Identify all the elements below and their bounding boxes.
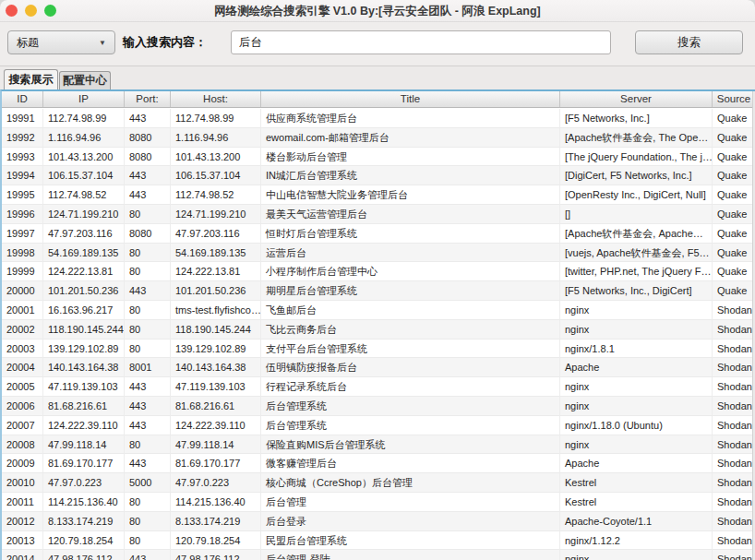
search-toolbar: 标题 ▼ 输入搜索内容： 搜索 [0,22,755,66]
table-cell: 19992 [2,128,43,148]
table-row[interactable]: 19994106.15.37.104443106.15.37.104IN城汇后台… [2,166,755,185]
table-row[interactable]: 2000116.163.96.21780tms-test.flyfishco…飞… [2,301,755,320]
table-cell: 20003 [2,340,43,359]
tab-search-display[interactable]: 搜索展示 [4,69,58,89]
table-cell: 106.15.37.104 [171,166,261,185]
table-row[interactable]: 20004140.143.164.388001140.143.164.38伍明镇… [2,358,755,377]
table-cell: 47.97.203.116 [43,224,125,244]
table-row[interactable]: 200128.133.174.219808.133.174.219后台登录Apa… [2,512,755,531]
table-cell: nginx [560,435,713,455]
table-cell: Quake [713,148,755,167]
tab-config-center[interactable]: 配置中心 [59,71,111,89]
column-header-6[interactable]: Source [713,91,755,107]
column-header-4[interactable]: Title [261,91,560,107]
table-row[interactable]: 2001047.97.0.223500047.97.0.223核心商城（Ccre… [2,473,755,493]
column-header-5[interactable]: Server [560,91,713,107]
table-cell: 80 [125,262,171,281]
table-cell: nginx [560,301,713,320]
table-cell: IN城汇后台管理系统 [261,166,560,185]
search-input[interactable] [231,30,611,54]
table-cell: 443 [125,166,171,185]
table-cell: nginx [560,377,713,397]
table-cell: Quake [713,185,755,205]
table-cell: 20013 [2,531,43,551]
table-row[interactable]: 2000547.119.139.10344347.119.139.103行程记录… [2,377,755,397]
table-cell: nginx/1.18.0 (Ubuntu) [560,416,713,435]
table-row[interactable]: 20000101.201.50.236443101.201.50.236期明星后… [2,281,755,301]
table-cell: Quake [713,281,755,301]
table-cell: 118.190.145.244 [43,320,125,340]
table-cell: 47.99.118.14 [43,435,125,455]
table-cell: Shodan [713,435,755,455]
table-row[interactable]: 20003139.129.102.8980139.129.102.89支付平台后… [2,340,755,359]
table-cell: 后台管理 [261,493,560,512]
table-cell: [OpenResty Inc., DigiCert, Null] [560,185,713,205]
table-cell: 20010 [2,473,43,493]
table-row[interactable]: 20002118.190.145.24480118.190.145.244飞比云… [2,320,755,340]
table-cell: 80 [125,244,171,263]
column-header-3[interactable]: Host: [171,91,261,107]
table-row[interactable]: 2000681.68.216.6144381.68.216.61后台管理系统ng… [2,397,755,416]
table-cell: 124.222.39.110 [43,416,125,435]
table-cell: 443 [125,397,171,416]
search-field-select[interactable]: 标题 ▼ [7,30,115,54]
table-row[interactable]: 2000847.99.118.148047.99.118.14保险直购MIS后台… [2,435,755,455]
table-cell: 120.79.18.254 [43,531,125,551]
table-cell: 后台管理系统 [261,416,560,435]
table-cell: Shodan [713,301,755,320]
table-cell: 81.68.216.61 [171,397,261,416]
table-cell: 140.143.164.38 [171,358,261,377]
title-bar: 网络测绘综合搜索引擎 V1.0 By:[寻云安全团队 - 阿浪 ExpLang] [0,0,755,22]
table-row[interactable]: 2001447.98.176.11244347.98.176.112后台管理-登… [2,550,755,560]
table-row[interactable]: 199921.116.94.9680801.116.94.96ewomail.c… [2,128,755,148]
table-cell: [twitter, PHP.net, The jQuery F… [560,262,713,281]
column-header-1[interactable]: IP [43,91,125,107]
chevron-down-icon: ▼ [99,39,106,47]
table-row[interactable]: 20013120.79.18.25480120.79.18.254民盟后台管理系… [2,531,755,551]
table-row[interactable]: 19996124.71.199.21080124.71.199.210最美天气运… [2,205,755,224]
column-header-0[interactable]: ID [2,91,43,107]
table-row[interactable]: 20007124.222.39.110443124.222.39.110后台管理… [2,416,755,435]
table-cell: 20011 [2,493,43,512]
table-row[interactable]: 19995112.74.98.52443112.74.98.52中山电信智慧大院… [2,185,755,205]
table-cell: 8080 [125,128,171,148]
table-cell: 81.68.216.61 [43,397,125,416]
table-cell: 运营后台 [261,244,560,263]
table-cell: nginx [560,397,713,416]
table-cell: 47.119.139.103 [171,377,261,397]
table-row[interactable]: 1999854.169.189.1358054.169.189.135运营后台[… [2,244,755,263]
table-cell: 19997 [2,224,43,244]
table-cell: 443 [125,550,171,560]
search-button[interactable]: 搜索 [635,30,743,54]
table-cell: 101.43.13.200 [43,148,125,167]
table-cell: 120.79.18.254 [171,531,261,551]
table-cell: 8080 [125,224,171,244]
table-row[interactable]: 1999747.97.203.116808047.97.203.116恒时灯后台… [2,224,755,244]
table-cell: 140.143.164.38 [43,358,125,377]
table-cell: 20002 [2,320,43,340]
table-cell: 飞鱼邮后台 [261,301,560,320]
table-cell: Shodan [713,377,755,397]
table-row[interactable]: 20011114.215.136.4080114.215.136.40后台管理K… [2,493,755,512]
table-row[interactable]: 19991112.74.98.99443112.74.98.99供应商系统管理后… [2,109,755,128]
table-cell: 小程序制作后台管理中心 [261,262,560,281]
table-cell: 80 [125,301,171,320]
table-cell: 保险直购MIS后台管理系统 [261,435,560,455]
table-row[interactable]: 2000981.69.170.17744381.69.170.177微客赚管理后… [2,454,755,473]
table-cell: 5000 [125,473,171,493]
table-cell: Shodan [713,320,755,340]
table-cell: 47.98.176.112 [171,550,261,560]
column-header-2[interactable]: Port: [125,91,171,107]
table-cell: 124.222.13.81 [43,262,125,281]
table-cell: Quake [713,205,755,224]
table-cell: nginx [560,320,713,340]
table-row[interactable]: 19993101.43.13.2008080101.43.13.200楼台影动后… [2,148,755,167]
table-cell: [DigiCert, F5 Networks, Inc.] [560,166,713,185]
table-cell: 19996 [2,205,43,224]
table-cell: 47.99.118.14 [171,435,261,455]
table-row[interactable]: 19999124.222.13.8180124.222.13.81小程序制作后台… [2,262,755,281]
table-cell: [Apache软件基金会, The Ope… [560,128,713,148]
table-cell: 后台登录 [261,512,560,531]
table-cell: 1.116.94.96 [43,128,125,148]
table-cell: 443 [125,109,171,128]
